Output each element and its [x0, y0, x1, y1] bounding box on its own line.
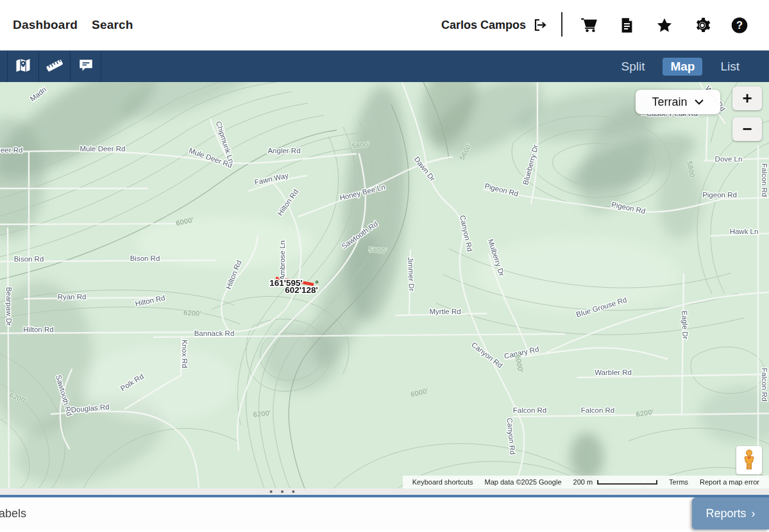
keyboard-shortcuts-link[interactable]: Keyboard shortcuts	[407, 478, 479, 486]
map-data-credit: Map data ©2025 Google	[479, 478, 568, 486]
comment-tool-button[interactable]	[70, 51, 101, 82]
road-label: Ryan Rd	[58, 293, 87, 301]
user-menu[interactable]: Carlos Campos	[441, 0, 549, 50]
logout-icon[interactable]	[531, 16, 549, 34]
road-label: Eagle Dr	[680, 310, 689, 339]
road-label: Hilton Rd	[23, 326, 53, 333]
app-header: Dashboard Search Carlos Campos ?	[0, 0, 769, 50]
road-label: Bison Rd	[14, 255, 44, 263]
help-icon[interactable]: ?	[731, 16, 748, 34]
nav-dashboard[interactable]: Dashboard	[13, 18, 78, 32]
svg-text:?: ?	[736, 19, 743, 31]
star-icon[interactable]	[655, 16, 673, 34]
header-icons: ?	[580, 0, 748, 50]
pegman-control[interactable]	[736, 446, 762, 474]
ruler-tool-button[interactable]	[38, 51, 70, 82]
road-label: Falcon Rd	[761, 368, 768, 401]
map-tool-icon	[13, 56, 33, 77]
user-name: Carlos Campos	[441, 19, 526, 32]
tool-cells	[7, 51, 101, 82]
road-label: Bison Rd	[130, 254, 160, 262]
map-type-selector[interactable]: Terrain	[636, 90, 720, 114]
tab-map[interactable]: Map	[663, 58, 702, 76]
bottom-panel-label: abels	[0, 497, 26, 529]
road-label: Ambrose Ln	[278, 240, 286, 280]
map-scale: 200 m	[568, 478, 664, 486]
ruler-tool-icon	[44, 56, 65, 77]
road-label: Deer Rd	[0, 146, 22, 154]
zoom-out-button[interactable]: −	[732, 117, 762, 141]
scale-bar	[597, 480, 657, 485]
header-divider	[561, 12, 562, 37]
nav-search[interactable]: Search	[92, 18, 133, 32]
road-label: Mule Deer Rd	[80, 145, 126, 153]
road-label: Warbler Rd	[595, 369, 632, 376]
tab-split[interactable]: Split	[613, 58, 652, 76]
road-label: Knox Rd	[181, 340, 189, 368]
road-label: Dove Ln	[715, 155, 743, 163]
road-label: Falcon Rd	[761, 163, 768, 197]
road-label: Hawk Ln	[730, 228, 759, 235]
pegman-icon	[742, 449, 756, 471]
map-attribution: Keyboard shortcuts Map data ©2025 Google…	[403, 476, 769, 488]
panel-splitter[interactable]: • • •	[0, 488, 769, 497]
road-label: Angler Rd	[267, 147, 300, 154]
reports-label: Reports	[706, 507, 746, 520]
contour-label: 6200'	[183, 308, 202, 317]
road-label: Falcon Rd	[581, 406, 614, 414]
header-nav: Dashboard Search	[13, 0, 133, 50]
comment-tool-icon	[77, 57, 95, 76]
measurement-label: 602'128'	[285, 285, 317, 295]
view-tabs: Split Map List	[613, 51, 769, 83]
zoom-in-button[interactable]: +	[732, 87, 762, 110]
cart-icon[interactable]	[580, 16, 598, 34]
map-canvas[interactable]: MadriDeer RdMule Deer RdMule Deer RdChip…	[0, 82, 769, 488]
road-label: Bannack Rd	[194, 329, 235, 337]
road-label: Myrtle Rd	[429, 308, 461, 315]
document-icon[interactable]	[618, 16, 636, 34]
road-label: Falcon Rd	[513, 406, 546, 414]
map-type-label: Terrain	[652, 96, 687, 109]
terrain-map: MadriDeer RdMule Deer RdMule Deer RdChip…	[0, 82, 769, 488]
tab-list[interactable]: List	[713, 58, 747, 76]
road-label: Pigeon Rd	[702, 191, 737, 199]
drag-handle-icon[interactable]: • • •	[269, 486, 298, 497]
map-toolbar: Split Map List	[0, 50, 769, 82]
terms-link[interactable]: Terms	[663, 478, 694, 486]
scale-text: 200 m	[573, 478, 593, 486]
map-tool-button[interactable]	[7, 51, 38, 82]
bottom-panel: abels Reports ›	[0, 497, 769, 529]
gear-icon[interactable]	[693, 16, 711, 34]
chevron-down-icon	[694, 96, 704, 108]
reports-button[interactable]: Reports ›	[692, 497, 769, 529]
chevron-right-icon: ›	[752, 507, 756, 520]
report-error-link[interactable]: Report a map error	[694, 478, 765, 486]
road-label: Bearpaw Dr	[5, 287, 13, 326]
contour-label: 5800'	[369, 245, 387, 254]
road-label: Jimmer Dr	[407, 257, 416, 292]
